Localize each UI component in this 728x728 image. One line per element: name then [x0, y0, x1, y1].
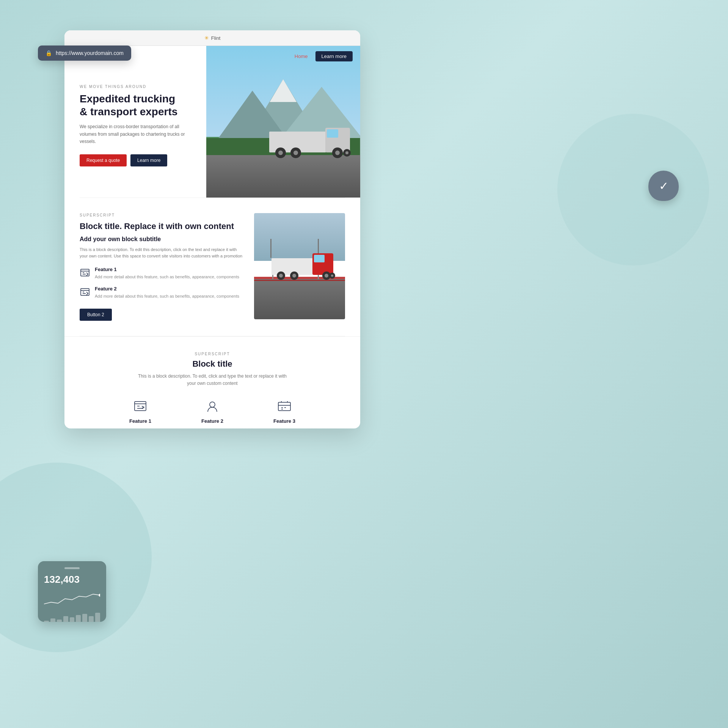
request-quote-button[interactable]: Request a quote	[80, 154, 127, 166]
svg-point-0	[99, 594, 100, 596]
svg-point-25	[292, 274, 296, 278]
svg-rect-21	[314, 255, 325, 262]
feature-grid-name-2: Feature 2	[184, 418, 241, 424]
svg-point-23	[279, 274, 283, 278]
svg-marker-4	[270, 79, 297, 102]
feature-1-name: Feature 1	[95, 267, 239, 272]
card-handle	[64, 567, 80, 569]
lock-icon: 🔒	[46, 50, 52, 56]
nav-learn-more-button[interactable]: Learn more	[315, 51, 353, 61]
browser-brand: ✳ Flint	[204, 35, 221, 41]
svg-rect-17	[81, 269, 89, 276]
svg-rect-8	[327, 129, 338, 138]
feature-item-2: Feature 2 Add more detail about this fea…	[80, 286, 243, 300]
feature-item-1: Feature 1 Add more detail about this fea…	[80, 267, 243, 280]
feature-2-name: Feature 2	[95, 286, 239, 292]
block-subtitle: Add your own block subtitle	[80, 236, 243, 243]
svg-point-16	[345, 151, 348, 154]
feature-grid-icon-3	[277, 399, 292, 414]
features-grid-section: SUPERSCRIPT Block title This is a block …	[64, 336, 360, 428]
block-description: This is a block description. To edit thi…	[80, 246, 243, 260]
features-grid-superscript: SUPERSCRIPT	[80, 352, 345, 356]
block-section: SUPERSCRIPT Block title. Replace it with…	[64, 198, 360, 336]
svg-rect-32	[278, 402, 290, 411]
stats-number: 132,403	[44, 574, 100, 585]
feature-1-icon	[80, 267, 90, 278]
svg-point-14	[335, 151, 340, 155]
feature-grid-name-1: Feature 1	[112, 418, 169, 424]
stats-chart	[44, 589, 100, 608]
browser-topbar: ✳ Flint	[64, 30, 360, 46]
url-bar[interactable]: 🔒 https://www.yourdomain.com	[38, 46, 131, 61]
feature-grid-item-1: Feature 1 Add more detail about this fea…	[112, 399, 169, 428]
block-superscript: SUPERSCRIPT	[80, 213, 243, 217]
block-button-2[interactable]: Button 2	[80, 309, 112, 321]
feature-grid-name-3: Feature 3	[256, 418, 313, 424]
brand-name: Flint	[211, 35, 221, 41]
feature-grid-detail-3: Add more detail about this feature, such…	[256, 427, 313, 428]
stats-bars	[44, 613, 100, 622]
hero-image: Home Learn more	[206, 46, 360, 198]
feature-grid-item-3: Feature 3 Add more detail about this fea…	[256, 399, 313, 428]
svg-rect-18	[81, 289, 89, 295]
feature-2-icon	[80, 287, 90, 297]
feature-grid-icon-1	[133, 399, 148, 414]
svg-rect-30	[135, 402, 146, 411]
features-grid: Feature 1 Add more detail about this fea…	[80, 399, 345, 428]
feature-grid-item-2: Feature 2 Add more detail about this fea…	[184, 399, 241, 428]
hero-description: We specialize in cross-border transporta…	[80, 123, 195, 145]
feature-1-detail: Add more detail about this feature, such…	[95, 274, 239, 280]
sun-icon: ✳	[204, 35, 209, 41]
hero-text-panel: WE MOVE THINGS AROUND Expedited trucking…	[64, 46, 206, 198]
stats-card: 132,403	[38, 561, 106, 622]
feature-grid-detail-2: Add more detail about this feature, such…	[184, 427, 241, 428]
hero-buttons: Request a quote Learn more	[80, 154, 195, 166]
svg-point-12	[293, 151, 298, 155]
hero-title: Expedited trucking & transport experts	[80, 93, 195, 118]
nav-home-link[interactable]: Home	[295, 53, 308, 59]
shield-check-icon: ✓	[659, 179, 668, 193]
feature-grid-icon-2	[205, 399, 220, 414]
hero-learn-more-button[interactable]: Learn more	[130, 154, 167, 166]
svg-point-31	[210, 402, 215, 407]
shield-badge: ✓	[648, 171, 679, 201]
url-text: https://www.yourdomain.com	[56, 50, 124, 56]
svg-point-10	[278, 151, 283, 155]
hero-scene: Home Learn more	[206, 46, 360, 198]
block-image	[254, 213, 345, 319]
features-grid-title: Block title	[80, 359, 345, 369]
feature-2-detail: Add more detail about this feature, such…	[95, 293, 239, 300]
browser-window: ✳ Flint WE MOVE THINGS AROUND Expedited …	[64, 30, 360, 428]
site-nav: Home Learn more	[287, 46, 360, 67]
block-title: Block title. Replace it with own content	[80, 221, 243, 232]
svg-point-27	[325, 274, 328, 278]
hero-section: WE MOVE THINGS AROUND Expedited trucking…	[64, 46, 360, 198]
feature-grid-detail-1: Add more detail about this feature, such…	[112, 427, 169, 428]
svg-point-29	[331, 275, 333, 277]
features-grid-desc: This is a block description. To edit, cl…	[136, 373, 288, 387]
block-text-panel: SUPERSCRIPT Block title. Replace it with…	[80, 213, 243, 321]
hero-superscript: WE MOVE THINGS AROUND	[80, 85, 195, 89]
